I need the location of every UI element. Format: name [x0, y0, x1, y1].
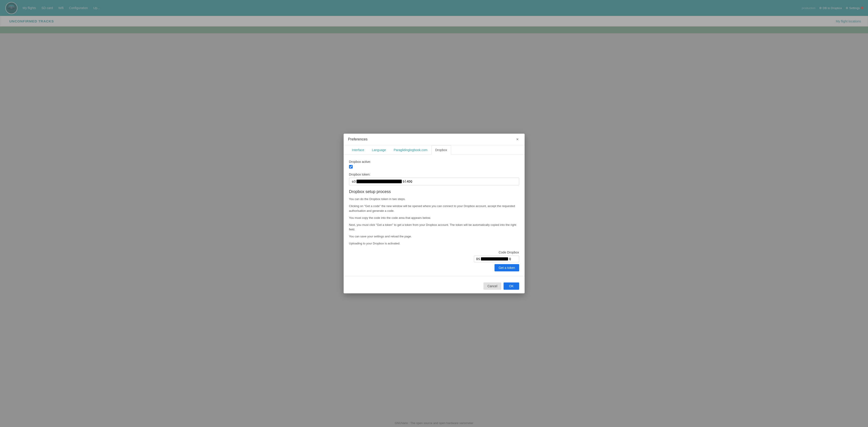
setup-para-2: Clicking on "Get a code" the new window … [349, 204, 519, 214]
cancel-button[interactable]: Cancel [484, 283, 501, 290]
modal-body: Dropbox active: Dropbox token: o3 bl4DQ … [344, 154, 525, 276]
setup-title: Dropbox setup process [349, 189, 519, 194]
dropbox-setup-section: Dropbox setup process You can do the Dro… [349, 189, 519, 271]
modal-footer: Cancel OK [344, 280, 525, 293]
dropbox-token-group: Dropbox token: o3 bl4DQ [349, 173, 519, 185]
code-dropbox-label: Code Dropbox [499, 251, 519, 254]
setup-para-4: Next, you must click "Get a token" to ge… [349, 223, 519, 232]
setup-para-3: You must copy the code into the code are… [349, 216, 519, 220]
code-dropbox-area: Code Dropbox DS Q Get a token [349, 251, 519, 272]
token-redacted [356, 180, 402, 183]
dropbox-token-label: Dropbox token: [349, 173, 519, 176]
dropbox-token-field-wrapper: o3 bl4DQ [349, 178, 519, 185]
tab-paraglidinglogbook[interactable]: Paraglidinglogbook.com [390, 145, 431, 154]
tab-dropbox[interactable]: Dropbox [431, 145, 451, 154]
setup-para-5: You can save your settings and reload th… [349, 234, 519, 239]
preferences-modal: Preferences × Interface Language Paragli… [344, 134, 525, 293]
ok-button[interactable]: OK [503, 283, 519, 290]
modal-divider [344, 276, 525, 276]
modal-tabs: Interface Language Paraglidinglogbook.co… [344, 145, 525, 154]
setup-para-6: Uploading to your Dropbox is activated. [349, 241, 519, 246]
token-prefix: o3 [352, 180, 356, 183]
code-field-wrapper: DS Q [474, 256, 519, 262]
code-redacted [481, 257, 508, 260]
dropbox-active-row [349, 165, 519, 169]
token-suffix: bl4DQ [403, 180, 412, 183]
dropbox-active-checkbox[interactable] [349, 165, 353, 169]
tab-interface[interactable]: Interface [348, 145, 368, 154]
get-token-button[interactable]: Get a token [495, 264, 519, 272]
tab-language[interactable]: Language [368, 145, 390, 154]
code-prefix: DS [476, 257, 480, 261]
code-suffix: Q [509, 257, 511, 261]
dropbox-active-label: Dropbox active: [349, 160, 519, 164]
modal-title: Preferences [348, 137, 515, 141]
modal-overlay: Preferences × Interface Language Paragli… [0, 0, 868, 427]
setup-para-1: You can do the Dropbox token in two step… [349, 197, 519, 202]
dropbox-active-group: Dropbox active: [349, 160, 519, 169]
modal-close-button[interactable]: × [515, 137, 520, 142]
modal-header: Preferences × [344, 134, 525, 145]
